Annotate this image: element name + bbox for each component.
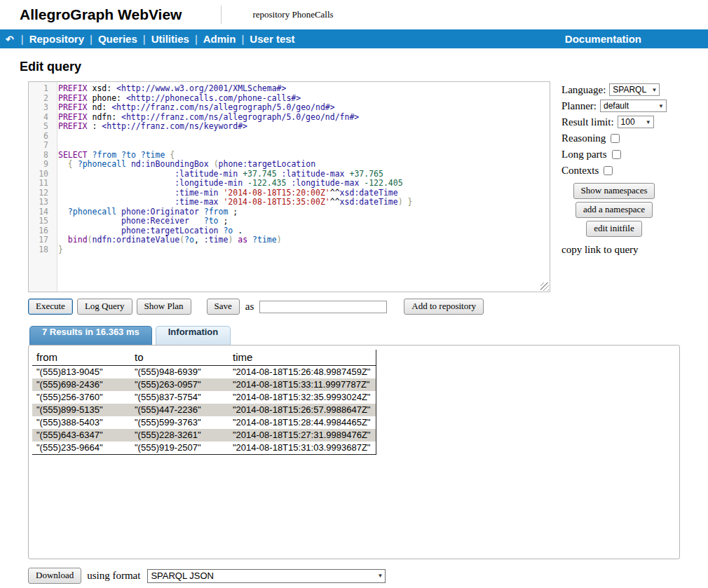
table-row: "(555)899-5135""(555)447-2236""2014-08-1… [32,404,376,416]
query-editor[interactable]: 1PREFIX xsd: <http://www.w3.org/2001/XML… [28,81,550,292]
table-cell: "2014-08-18T15:33:11.9997787Z" [229,378,376,391]
table-row: "(555)698-2436""(555)263-0957""2014-08-1… [32,378,376,391]
execute-button[interactable]: Execute [28,299,73,315]
nav-separator: | [90,33,93,45]
code-row: 14 ?phonecall phone:Originator ?from ; [29,207,550,217]
resize-grip-icon[interactable] [540,282,549,291]
line-number: 14 [29,207,55,217]
tab-information[interactable]: Information [156,326,231,345]
nav-item-documentation[interactable]: Documentation [565,33,641,45]
line-number: 2 [29,94,55,104]
table-cell: "(555)948-6939" [130,366,229,379]
add-namespace-button[interactable]: add a namespace [576,202,653,218]
nav-item-admin[interactable]: Admin [203,33,236,45]
back-icon[interactable]: ↶ [6,34,14,45]
table-cell: "(555)447-2236" [130,404,229,416]
format-select[interactable]: SPARQL JSON ▼ [147,569,386,583]
table-cell: "2014-08-18T15:27:31.9989476Z" [229,429,376,442]
results-table: fromtotime "(555)813-9045""(555)948-6939… [32,350,376,455]
code-row: 3PREFIX nd: <http://franz.com/ns/allegro… [29,103,550,113]
code-line: PREFIX : <http://franz.com/ns/keyword#> [55,122,247,132]
column-header-time: time [229,350,376,366]
reasoning-row: Reasoning [561,131,684,145]
show-namespaces-button[interactable]: Show namespaces [573,183,655,199]
reasoning-checkbox[interactable] [611,134,620,143]
line-number: 8 [29,151,55,160]
nav-item-repository[interactable]: Repository [29,33,84,45]
long-parts-label: Long parts [561,149,607,160]
table-cell: "(555)837-5754" [130,391,229,404]
language-select[interactable]: SPARQL ▼ [609,83,660,96]
tab-results[interactable]: 7 Results in 16.363 ms [29,326,152,345]
results-header-row: fromtotime [32,350,376,366]
nav-item-utilities[interactable]: Utilities [151,33,189,45]
namespace-buttons: Show namespaces add a namespace edit ini… [561,182,667,238]
nav-item-user-test[interactable]: User test [250,33,294,45]
add-to-repository-button[interactable]: Add to repository [404,299,484,315]
save-button[interactable]: Save [207,299,240,315]
download-row: Download using format SPARQL JSON ▼ [28,568,708,584]
table-row: "(555)388-5403""(555)599-3763""2014-08-1… [32,416,376,429]
language-value: SPARQL [613,85,646,95]
code-row: 7 [29,141,550,151]
line-number: 9 [29,160,55,170]
long-parts-row: Long parts [561,147,684,161]
edit-initfile-button[interactable]: edit initfile [586,221,641,237]
line-number: 13 [29,198,55,207]
line-number: 3 [29,103,55,113]
line-number: 15 [29,217,55,226]
table-cell: "(555)813-9045" [32,366,130,379]
table-cell: "2014-08-18T15:26:57.9988647Z" [229,404,376,416]
table-row: "(555)643-6347""(555)228-3261""2014-08-1… [32,429,376,442]
code-row: 2PREFIX phone: <http://phonecalls.com/ph… [29,94,550,104]
chevron-down-icon: ▼ [651,87,657,93]
code-line [55,132,58,142]
line-number: 7 [29,141,55,151]
repository-label: repository PhoneCalls [252,9,333,20]
code-row: 11 :longitude-min -122.435 :longitude-ma… [29,179,550,189]
planner-select[interactable]: default ▼ [600,100,667,112]
table-cell: "(555)643-6347" [32,429,130,442]
table-cell: "(555)698-2436" [32,378,130,391]
show-plan-button[interactable]: Show Plan [137,299,191,315]
line-number: 6 [29,132,55,142]
copy-link-to-query[interactable]: copy link to query [561,244,684,256]
table-cell: "2014-08-18T15:31:03.9993687Z" [229,442,376,455]
page-title: Edit query [20,60,708,74]
log-query-button[interactable]: Log Query [77,299,132,315]
app-root: AllegroGraph WebView repository PhoneCal… [0,0,708,584]
format-value: SPARQL JSON [151,570,214,581]
nav-item-queries[interactable]: Queries [98,33,137,45]
reasoning-label: Reasoning [561,132,606,144]
line-number: 17 [29,235,55,245]
chevron-down-icon: ▼ [646,119,651,125]
chevron-down-icon: ▼ [658,103,664,109]
save-name-input[interactable] [259,301,387,313]
nav-items: |Repository|Queries|Utilities|Admin|User… [15,33,295,45]
code-row: 4PREFIX ndfn: <http://franz.com/ns/alleg… [29,113,550,123]
code-row: 15 phone:Receiver ?to ; [29,217,550,226]
table-cell: "2014-08-18T15:32:35.9993024Z" [229,391,376,404]
code-row: 5PREFIX : <http://franz.com/ns/keyword#> [29,122,550,132]
result-limit-select[interactable]: 100 ▼ [618,116,654,128]
table-cell: "(555)235-9664" [32,442,130,455]
result-limit-label: Result limit: [561,116,614,128]
long-parts-checkbox[interactable] [612,150,621,159]
contexts-checkbox[interactable] [604,166,613,175]
download-button[interactable]: Download [28,568,81,584]
code-row: 12 :time-min '2014-08-18T15:20:00Z'^^xsd… [29,189,550,198]
line-number: 4 [29,113,55,123]
results-tabs: 7 Results in 16.363 ms Information [29,326,708,345]
code-row: 13 :time-max '2014-08-18T15:35:00Z'^^xsd… [29,198,550,207]
code-row: 1PREFIX xsd: <http://www.w3.org/2001/XML… [29,84,550,94]
line-number: 1 [29,84,55,94]
main-nav: ↶ |Repository|Queries|Utilities|Admin|Us… [0,29,708,48]
results-panel: fromtotime "(555)813-9045""(555)948-6939… [28,345,680,559]
code-line: PREFIX phone: <http://phonecalls.com/pho… [55,94,301,104]
query-options-panel: Language: SPARQL ▼ Planner: default ▼ Re… [561,81,684,292]
table-cell: "(555)899-5135" [32,404,130,416]
code-line: bind(ndfn:ordinateValue(?o, :time) as ?t… [55,235,282,245]
as-label: as [245,301,254,313]
code-row: 18} [29,245,550,255]
line-number: 11 [29,179,55,189]
